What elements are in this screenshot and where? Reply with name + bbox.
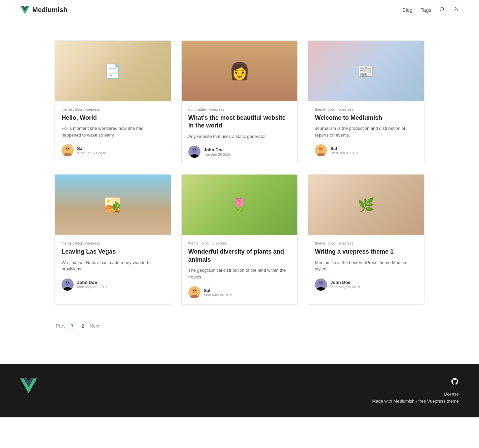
card-beautiful-website[interactable]: frontmatter , vuepress What's the most b…: [181, 40, 298, 164]
svg-point-19: [192, 289, 197, 293]
pagination-next[interactable]: Next: [89, 323, 99, 329]
card-tags-beautiful-website: frontmatter , vuepress: [188, 107, 291, 111]
card-excerpt-leaving-las-vegas: We find that Nature has made many wonder…: [62, 259, 164, 272]
avatar-welcome-mediumish: [315, 144, 327, 156]
nav-tags[interactable]: Tags: [420, 7, 431, 13]
site-name: Mediumish: [32, 6, 67, 14]
svg-point-23: [319, 281, 323, 286]
author-name-vuepress-theme-1: John Doe: [330, 280, 360, 285]
card-author-hello-world: Sal Wed Jan 29 2020: [62, 144, 164, 156]
card-author-vuepress-theme-1: John Doe Mon May 06 2019: [315, 278, 417, 291]
card-image-hello-world: [55, 41, 171, 101]
avatar-wonderful-diversity: [188, 286, 200, 298]
card-body-wonderful-diversity: theme , blog , vuepress Wonderful divers…: [182, 235, 298, 304]
card-body-beautiful-website: frontmatter , vuepress What's the most b…: [182, 101, 298, 164]
author-date-welcome-mediumish: Wed Jan 01 2020: [330, 151, 359, 155]
svg-point-15: [65, 281, 70, 286]
svg-point-9: [195, 149, 196, 150]
pagination: Prev 1 2 Next: [54, 322, 425, 330]
pagination-page-1[interactable]: 1: [68, 322, 76, 330]
card-excerpt-hello-world: For a moment she wondered how she had ha…: [62, 125, 164, 138]
card-excerpt-vuepress-theme-1: Mediumish is the best VuePress theme Med…: [315, 259, 417, 272]
author-date-vuepress-theme-1: Mon May 06 2019: [330, 285, 360, 289]
card-author-welcome-mediumish: Sal Wed Jan 01 2020: [315, 144, 417, 156]
card-welcome-mediumish[interactable]: theme , blog , vuepress Welcome to Mediu…: [308, 40, 425, 164]
card-wonderful-diversity[interactable]: theme , blog , vuepress Wonderful divers…: [181, 174, 298, 305]
svg-point-13: [322, 148, 323, 149]
author-date-beautiful-website: Tue Jan 28 2020: [204, 152, 231, 156]
svg-point-20: [193, 290, 194, 291]
main-content: theme , blog , vuepress Hello, World For…: [48, 20, 431, 344]
card-body-hello-world: theme , blog , vuepress Hello, World For…: [55, 101, 171, 162]
nav-blog[interactable]: Blog: [402, 7, 412, 13]
footer-made: Made with Mediumish - free Vuepress them…: [372, 399, 459, 404]
card-excerpt-beautiful-website: Any website that uses a static generator…: [188, 133, 291, 140]
search-icon[interactable]: [439, 7, 445, 13]
author-name-beautiful-website: John Doe: [204, 147, 231, 152]
card-hello-world[interactable]: theme , blog , vuepress Hello, World For…: [54, 40, 171, 164]
card-tags-welcome-mediumish: theme , blog , vuepress: [315, 107, 417, 111]
author-name-leaving-las-vegas: John Doe: [77, 280, 107, 285]
author-info-hello-world: Sal Wed Jan 29 2020: [77, 146, 106, 155]
avatar-beautiful-website: [188, 146, 200, 158]
svg-point-5: [68, 148, 69, 149]
card-tags-leaving-las-vegas: theme , blog , vuepress: [62, 241, 164, 245]
pagination-prev[interactable]: Prev: [56, 323, 66, 329]
card-tags-vuepress-theme-1: theme , blog , vuepress: [315, 241, 417, 245]
site-header: Mediumish Blog Tags: [0, 0, 479, 20]
svg-point-7: [192, 148, 197, 153]
svg-point-12: [320, 148, 321, 149]
footer-vue-logo-icon: [20, 377, 37, 394]
svg-point-3: [65, 147, 70, 151]
card-author-beautiful-website: John Doe Tue Jan 28 2020: [188, 146, 291, 158]
card-title-welcome-mediumish: Welcome to Mediumish: [315, 114, 417, 122]
main-nav: Blog Tags: [402, 6, 459, 14]
svg-point-24: [320, 282, 321, 283]
card-image-wonderful-diversity: [182, 175, 298, 235]
vue-logo-icon: [20, 5, 30, 15]
svg-point-25: [322, 282, 323, 283]
author-info-vuepress-theme-1: John Doe Mon May 06 2019: [330, 280, 360, 289]
card-image-vuepress-theme-1: [308, 175, 424, 235]
author-date-hello-world: Wed Jan 29 2020: [77, 151, 106, 155]
card-image-beautiful-website: [182, 41, 298, 101]
footer-logo[interactable]: [20, 377, 37, 394]
pagination-page-2[interactable]: 2: [79, 322, 87, 330]
svg-point-11: [319, 147, 323, 151]
svg-point-8: [193, 149, 194, 150]
card-title-vuepress-theme-1: Writing a vuepress theme 1: [315, 248, 417, 256]
card-title-leaving-las-vegas: Leaving Las Vegas: [62, 248, 164, 256]
card-title-beautiful-website: What's the most beautiful website in the…: [188, 114, 291, 130]
card-body-leaving-las-vegas: theme , blog , vuepress Leaving Las Vega…: [55, 235, 171, 296]
site-footer: License Made with Mediumish - free Vuepr…: [0, 364, 479, 417]
card-tags-wonderful-diversity: theme , blog , vuepress: [188, 241, 291, 245]
author-date-leaving-las-vegas: Mon May 06 2019: [77, 285, 107, 289]
svg-point-17: [68, 282, 69, 283]
author-name-welcome-mediumish: Sal: [330, 146, 359, 151]
footer-right: License Made with Mediumish - free Vuepr…: [372, 377, 459, 404]
avatar-leaving-las-vegas: [62, 278, 74, 291]
footer-license: License: [372, 391, 459, 397]
site-logo[interactable]: Mediumish: [20, 5, 67, 15]
card-excerpt-welcome-mediumish: Journalism is the production and distrib…: [315, 125, 417, 138]
card-title-wonderful-diversity: Wonderful diversity of plants and animal…: [188, 248, 291, 264]
github-icon[interactable]: [372, 377, 459, 387]
card-body-vuepress-theme-1: theme , blog , vuepress Writing a vuepre…: [308, 235, 424, 296]
card-image-leaving-las-vegas: [55, 175, 171, 235]
card-vuepress-theme-1[interactable]: theme , blog , vuepress Writing a vuepre…: [308, 174, 425, 305]
avatar-hello-world: [62, 144, 74, 156]
card-author-wonderful-diversity: Sal Mon May 06 2019: [188, 286, 291, 298]
avatar-vuepress-theme-1: [315, 278, 327, 291]
card-image-welcome-mediumish: [308, 41, 424, 101]
author-info-wonderful-diversity: Sal Mon May 06 2019: [204, 288, 233, 297]
author-date-wonderful-diversity: Mon May 06 2019: [204, 293, 233, 297]
card-body-welcome-mediumish: theme , blog , vuepress Welcome to Mediu…: [308, 101, 424, 162]
card-leaving-las-vegas[interactable]: theme , blog , vuepress Leaving Las Vega…: [54, 174, 171, 305]
author-info-leaving-las-vegas: John Doe Mon May 06 2019: [77, 280, 107, 289]
svg-point-0: [440, 7, 444, 11]
rss-icon[interactable]: [453, 6, 459, 14]
author-info-beautiful-website: John Doe Tue Jan 28 2020: [204, 147, 231, 156]
author-info-welcome-mediumish: Sal Wed Jan 01 2020: [330, 146, 359, 155]
svg-point-4: [66, 148, 67, 149]
card-author-leaving-las-vegas: John Doe Mon May 06 2019: [62, 278, 164, 291]
